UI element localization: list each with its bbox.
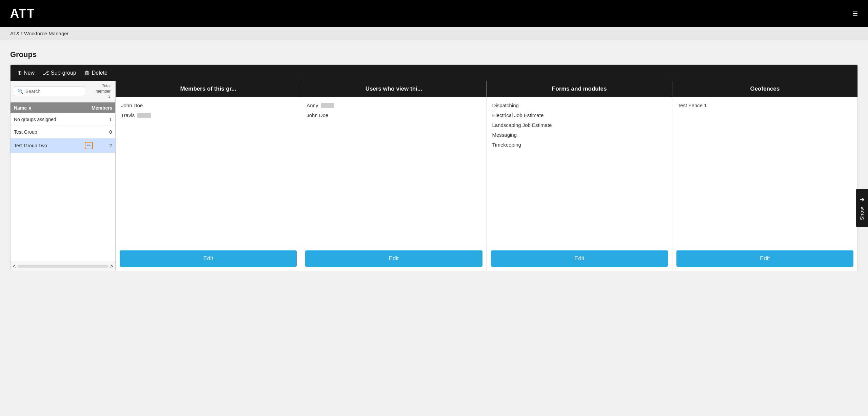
- column-members-header: Members: [92, 105, 112, 111]
- geofences-card: Geofences Test Fence 1 Edit: [672, 81, 857, 271]
- list-item: Anny: [307, 102, 481, 108]
- groups-rows: No groups assigned 1 Test Group 0 Test G…: [11, 113, 115, 262]
- forms-card-header: Forms and modules: [487, 81, 672, 97]
- edit-pencil-button[interactable]: ✏: [85, 142, 93, 149]
- list-header: 🔍 Totalmember3: [11, 81, 115, 102]
- groups-container: ⊕ New ⎇ Sub-group 🗑 Delete 🔍: [10, 64, 858, 271]
- subgroup-button[interactable]: ⎇ Sub-group: [43, 70, 76, 76]
- members-card-body: John Doe Travis: [116, 97, 301, 246]
- table-header-row: Name ∧ Members: [11, 102, 115, 113]
- geofence-name: Test Fence 1: [678, 102, 707, 108]
- sort-asc-icon: ∧: [28, 105, 32, 111]
- geofences-card-footer: Edit: [672, 246, 857, 271]
- form-name: Timekeeping: [492, 142, 521, 148]
- scroll-left-button[interactable]: <: [13, 263, 16, 269]
- list-item: Messaging: [492, 132, 667, 138]
- members-card-header: Members of this gr...: [116, 81, 301, 97]
- search-icon: 🔍: [18, 89, 23, 94]
- viewers-edit-button[interactable]: Edit: [305, 250, 482, 267]
- form-name: Dispatching: [492, 102, 519, 108]
- viewers-card-header: Users who view thi...: [301, 81, 486, 97]
- content-area: 🔍 Totalmember3 Name ∧ Members: [11, 81, 857, 271]
- total-members-label: Totalmember3: [96, 83, 112, 99]
- cards-panel: Members of this gr... John Doe Travis Ed…: [116, 81, 857, 271]
- subgroup-icon: ⎇: [43, 70, 49, 76]
- members-card-footer: Edit: [116, 246, 301, 271]
- viewers-card: Users who view thi... Anny John Doe Edit: [301, 81, 487, 271]
- trash-icon: 🗑: [84, 70, 90, 76]
- member-name: Travis: [121, 112, 135, 118]
- group-members-count: 2: [95, 143, 112, 148]
- viewers-card-body: Anny John Doe: [301, 97, 486, 246]
- list-item: John Doe: [307, 112, 481, 118]
- groups-list-panel: 🔍 Totalmember3 Name ∧ Members: [11, 81, 116, 271]
- viewer-name: Anny: [307, 102, 318, 108]
- group-members-count: 1: [95, 117, 112, 122]
- geofences-edit-button[interactable]: Edit: [676, 250, 853, 267]
- new-button-label: New: [24, 70, 35, 76]
- list-item: Electrical Job Estimate: [492, 112, 667, 118]
- column-name-header: Name ∧: [14, 105, 92, 111]
- group-row[interactable]: Test Group 0: [11, 126, 115, 138]
- avatar: [137, 113, 151, 118]
- top-header: ATT ≡: [0, 0, 868, 27]
- forms-edit-button[interactable]: Edit: [491, 250, 668, 267]
- list-item: Test Fence 1: [678, 102, 852, 108]
- delete-button[interactable]: 🗑 Delete: [84, 70, 107, 76]
- app-logo: ATT: [10, 6, 35, 21]
- form-name: Electrical Job Estimate: [492, 112, 544, 118]
- geofences-card-header: Geofences: [672, 81, 857, 97]
- list-item: John Doe: [121, 102, 295, 108]
- list-item: Timekeeping: [492, 142, 667, 148]
- forms-card: Forms and modules Dispatching Electrical…: [487, 81, 672, 271]
- subgroup-button-label: Sub-group: [51, 70, 76, 76]
- members-card: Members of this gr... John Doe Travis Ed…: [116, 81, 301, 271]
- viewers-card-footer: Edit: [301, 246, 486, 271]
- forms-card-footer: Edit: [487, 246, 672, 271]
- group-row[interactable]: No groups assigned 1: [11, 113, 115, 126]
- group-name: Test Group: [14, 129, 95, 135]
- member-name: John Doe: [121, 102, 143, 108]
- group-row-selected[interactable]: Test Group Two ✏ 2: [11, 138, 115, 153]
- search-box[interactable]: 🔍: [14, 87, 85, 96]
- search-input[interactable]: [25, 89, 81, 94]
- toolbar: ⊕ New ⎇ Sub-group 🗑 Delete: [11, 65, 857, 81]
- avatar: [321, 103, 334, 108]
- scrollbar-track[interactable]: [18, 265, 108, 268]
- hamburger-menu-icon[interactable]: ≡: [852, 8, 858, 19]
- scroll-right-button[interactable]: >: [110, 263, 113, 269]
- list-item: Travis: [121, 112, 295, 118]
- page-title: Groups: [10, 50, 858, 59]
- app-subtitle: AT&T Workforce Manager: [10, 31, 69, 36]
- list-bottom-scroll: < >: [11, 262, 115, 271]
- forms-card-body: Dispatching Electrical Job Estimate Land…: [487, 97, 672, 246]
- form-name: Messaging: [492, 132, 517, 138]
- side-tab-label: Show: [859, 207, 865, 220]
- group-members-count: 0: [95, 129, 112, 135]
- list-item: Landscaping Job Estimate: [492, 122, 667, 128]
- group-name: Test Group Two: [14, 143, 85, 148]
- new-button[interactable]: ⊕ New: [17, 70, 35, 76]
- side-tab[interactable]: ➜ Show: [856, 189, 868, 227]
- list-item: Dispatching: [492, 102, 667, 108]
- side-tab-arrow-icon: ➜: [860, 196, 865, 203]
- plus-circle-icon: ⊕: [17, 70, 22, 76]
- sub-header: AT&T Workforce Manager: [0, 27, 868, 40]
- main-content: Groups ⊕ New ⎇ Sub-group 🗑 Delete: [0, 40, 868, 281]
- form-name: Landscaping Job Estimate: [492, 122, 552, 128]
- geofences-card-body: Test Fence 1: [672, 97, 857, 246]
- viewer-name: John Doe: [307, 112, 328, 118]
- delete-button-label: Delete: [92, 70, 107, 76]
- group-name: No groups assigned: [14, 117, 95, 122]
- members-edit-button[interactable]: Edit: [120, 250, 297, 267]
